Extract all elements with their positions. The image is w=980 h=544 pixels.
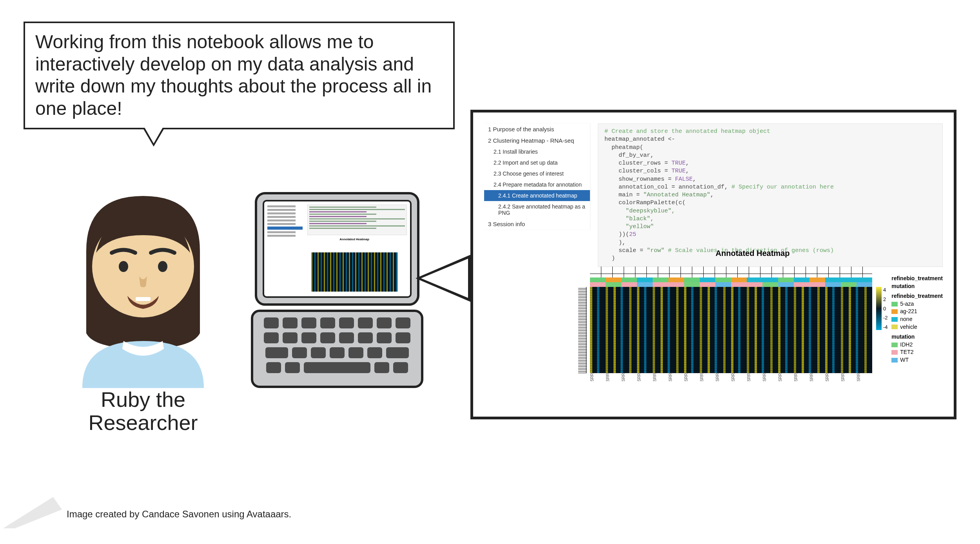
column-dendrogram — [590, 259, 872, 277]
code-line: cluster_cols = — [604, 168, 671, 174]
svg-rect-3 — [136, 297, 151, 301]
svg-point-2 — [158, 261, 167, 272]
legend-header: mutation — [891, 333, 943, 341]
code-line: show_rownames = — [604, 176, 675, 183]
legend-swatch — [891, 343, 898, 347]
laptop-illustration: Annotated Heatmap — [251, 192, 423, 388]
legend-swatch — [891, 358, 898, 363]
callout-pointer — [416, 255, 470, 302]
x-axis-labels: SRRSRRSRR SRRSRRSRR SRRSRRSRR SRRSRRSRR … — [590, 373, 872, 381]
speech-bubble: Working from this notebook allows me to … — [24, 22, 455, 129]
legend-swatch — [891, 309, 898, 314]
toc-item[interactable]: 2 Clustering Heatmap - RNA-seq — [484, 135, 590, 146]
code-line: annotation_col = annotation_df, — [604, 184, 731, 190]
legend-swatch — [891, 325, 898, 329]
code-line: colorRampPalette(c( — [604, 199, 686, 206]
legend-header: refinebio_treatment — [891, 275, 943, 283]
laptop-screen: Annotated Heatmap — [255, 192, 419, 306]
annotation-row-treatment — [590, 277, 872, 282]
code-line: heatmap_annotated <- — [604, 136, 675, 143]
caption-line1: Ruby the — [101, 388, 185, 411]
code-block: # Create and store the annotated heatmap… — [598, 123, 943, 267]
caption-line2: Researcher — [88, 411, 198, 434]
row-dendrogram — [566, 287, 590, 373]
code-line: ), — [604, 239, 626, 246]
speech-text: Working from this notebook allows me to … — [35, 31, 432, 119]
toc-item[interactable]: 3 Session info — [484, 218, 590, 230]
legend-swatch — [891, 317, 898, 322]
notebook-detail-panel: 1 Purpose of the analysis 2 Clustering H… — [470, 110, 956, 419]
toc-item[interactable]: 2.2 Import and set up data — [484, 157, 590, 168]
toc-item[interactable]: 1 Purpose of the analysis — [484, 123, 590, 135]
plot-legend: refinebio_treatment mutation refinebio_t… — [891, 272, 943, 364]
avatar-ruby — [59, 184, 227, 388]
heatmap-plot: Annotated Heatmap — [566, 249, 939, 381]
toc-item[interactable]: 2.1 Install libraries — [484, 146, 590, 157]
toc-item[interactable]: 2.4 Prepare metadata for annotation — [484, 179, 590, 190]
code-line: main = — [604, 192, 643, 198]
legend-header: mutation — [891, 283, 943, 290]
notebook-toc: 1 Purpose of the analysis 2 Clustering H… — [484, 123, 590, 230]
color-scale-bar — [876, 287, 882, 330]
mini-plot-title: Annotated Heatmap — [311, 238, 397, 241]
code-line: df_by_var, — [604, 152, 654, 159]
code-line: "yellow" — [604, 223, 654, 230]
plot-title: Annotated Heatmap — [566, 249, 939, 258]
code-line: "deepskyblue", — [604, 208, 675, 214]
laptop-screen-content: Annotated Heatmap — [263, 200, 412, 298]
mini-heatmap — [311, 252, 397, 292]
legend-swatch — [891, 302, 898, 306]
code-line: ))( — [604, 231, 629, 238]
laptop-keyboard — [251, 310, 423, 388]
code-line: cluster_rows = — [604, 160, 671, 167]
heatmap-grid — [590, 287, 872, 373]
toc-item[interactable]: 2.3 Choose genes of interest — [484, 168, 590, 179]
legend-swatch — [891, 350, 898, 355]
code-line: # Create and store the annotated heatmap… — [604, 128, 770, 135]
avatar-caption: Ruby the Researcher — [59, 388, 227, 435]
code-line: pheatmap( — [604, 144, 643, 151]
mini-toc — [267, 205, 303, 238]
feather-icon — [3, 497, 62, 528]
legend-header: refinebio_treatment — [891, 292, 943, 300]
code-line: "black", — [604, 216, 654, 222]
image-credit: Image created by Candace Savonen using A… — [67, 509, 291, 520]
mini-code-block — [307, 205, 407, 235]
toc-item-active[interactable]: 2.4.1 Create annotated heatmap — [484, 190, 590, 201]
color-scale-labels: 4 2 0 -2 -4 — [883, 287, 888, 330]
annotation-row-mutation — [590, 282, 872, 287]
toc-item[interactable]: 2.4.2 Save annotated heatmap as a PNG — [484, 201, 590, 218]
svg-point-1 — [119, 261, 128, 272]
